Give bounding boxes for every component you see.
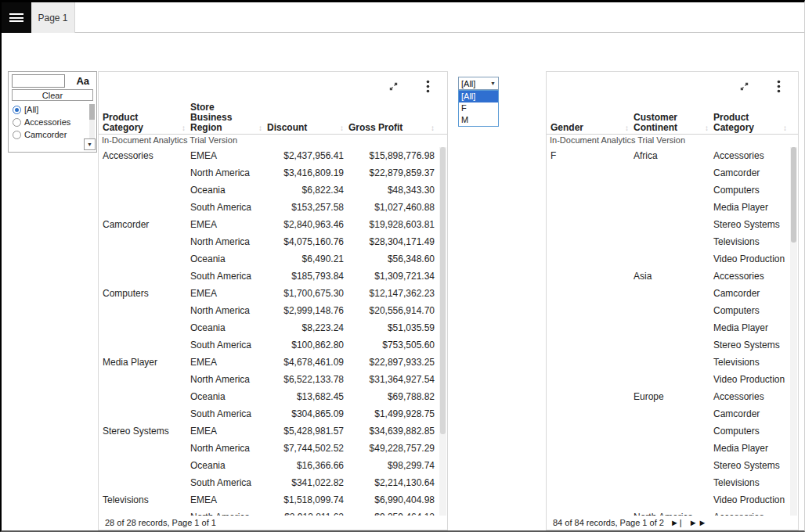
expand-icon bbox=[388, 81, 399, 92]
table-cell: Oceania bbox=[188, 185, 265, 196]
column-header-discount: Discount↕ bbox=[265, 122, 346, 134]
clear-filter-button[interactable]: Clear bbox=[12, 89, 93, 101]
top-bar: Page 1 bbox=[2, 2, 804, 33]
table-row: Camcorder bbox=[547, 285, 798, 302]
table-row: TelevisionsEMEA$1,518,099.74$6,990,404.9… bbox=[99, 491, 447, 509]
table-row: North America$7,744,502.52$49,228,757.29 bbox=[99, 440, 447, 457]
sort-icon[interactable]: ↕ bbox=[783, 123, 787, 133]
sort-icon[interactable]: ↕ bbox=[705, 123, 709, 133]
scrollbar-thumb[interactable] bbox=[89, 104, 95, 120]
column-header-product-category: Product Category↕ bbox=[711, 112, 789, 134]
table-cell: Computers bbox=[711, 185, 789, 196]
table-row: Computers bbox=[547, 302, 798, 319]
table-cell: Media Player bbox=[711, 322, 789, 333]
table-cell: North America bbox=[188, 443, 265, 454]
table-cell: EMEA bbox=[188, 288, 265, 299]
table-cell: $2,840,963.46 bbox=[265, 219, 346, 230]
trial-watermark: In-Document Analytics Trial Version bbox=[547, 135, 798, 147]
table-cell: $6,522,133.78 bbox=[265, 374, 346, 385]
table-cell: $31,364,927.54 bbox=[346, 374, 437, 385]
table-cell: Video Production bbox=[711, 374, 789, 385]
customer-table-widget: Gender↕Customer Continent↕Product Catego… bbox=[546, 71, 799, 530]
table-cell: EMEA bbox=[188, 494, 265, 505]
next-page-button[interactable]: ►| bbox=[670, 518, 683, 527]
sort-icon[interactable]: ↕ bbox=[625, 123, 629, 133]
vertical-scrollbar[interactable] bbox=[439, 147, 446, 516]
table-cell: $15,898,776.98 bbox=[346, 150, 437, 161]
maximize-button[interactable] bbox=[737, 79, 751, 93]
table-cell: Africa bbox=[631, 150, 711, 161]
option-label: Accessories bbox=[24, 117, 70, 127]
table-row: Media Player bbox=[547, 440, 798, 457]
widget-toolbar bbox=[99, 72, 447, 100]
table-cell: $185,793.84 bbox=[265, 271, 346, 282]
tab-page-1[interactable]: Page 1 bbox=[31, 2, 75, 33]
menu-button[interactable] bbox=[2, 2, 31, 33]
table-row: CamcorderEMEA$2,840,963.46$19,928,603.81 bbox=[99, 216, 447, 233]
gender-filter-select[interactable]: [All] ▼ bbox=[458, 77, 499, 90]
table-cell: F bbox=[548, 150, 631, 161]
table-cell: $98,299.74 bbox=[346, 460, 437, 471]
table-cell: $6,822.34 bbox=[265, 185, 346, 196]
table-cell: Europe bbox=[631, 391, 711, 402]
widget-toolbar bbox=[547, 72, 798, 100]
table-row: Media Player bbox=[547, 199, 798, 216]
filter-option-all[interactable]: [All] bbox=[9, 103, 96, 116]
table-row: Televisions bbox=[547, 474, 798, 491]
filter-search-input[interactable] bbox=[12, 74, 65, 88]
table-cell: $341,022.82 bbox=[265, 477, 346, 488]
table-cell: Televisions bbox=[711, 477, 789, 488]
table-cell: Accessories bbox=[711, 271, 789, 282]
scrollbar-thumb[interactable] bbox=[440, 147, 446, 434]
table-row: Media PlayerEMEA$4,678,461.09$22,897,933… bbox=[99, 354, 447, 371]
table-row: EuropeAccessories bbox=[547, 388, 798, 405]
table-row: North America$6,522,133.78$31,364,927.54 bbox=[99, 371, 447, 388]
table-cell: $13,682.45 bbox=[265, 391, 346, 402]
table-cell: $1,309,721.34 bbox=[346, 271, 437, 282]
table-cell: $51,035.59 bbox=[346, 322, 437, 333]
table-cell: $20,556,914.70 bbox=[346, 305, 437, 316]
vertical-scrollbar[interactable] bbox=[790, 147, 797, 516]
table-cell: $2,999,148.76 bbox=[265, 305, 346, 316]
radio-selected-icon bbox=[13, 106, 21, 114]
table-cell: EMEA bbox=[188, 357, 265, 368]
table-cell: $8,223.24 bbox=[265, 322, 346, 333]
table-cell: Video Production bbox=[711, 253, 789, 264]
filter-option-accessories[interactable]: Accessories bbox=[9, 116, 96, 128]
table-cell: $12,147,362.23 bbox=[346, 288, 437, 299]
table-row: Stereo Systems bbox=[547, 336, 798, 354]
table-cell: Computers bbox=[711, 426, 789, 437]
table-cell: Accessories bbox=[711, 150, 789, 161]
scrollbar-thumb[interactable] bbox=[791, 147, 796, 243]
dropdown-option-m[interactable]: M bbox=[459, 114, 498, 126]
dropdown-option-f[interactable]: F bbox=[459, 102, 498, 114]
dropdown-option-all[interactable]: [All] bbox=[459, 91, 498, 102]
table-cell: North America bbox=[188, 374, 265, 385]
more-options-button[interactable] bbox=[771, 79, 785, 93]
table-cell: South America bbox=[188, 340, 265, 350]
table-cell: EMEA bbox=[188, 426, 265, 437]
sort-icon[interactable]: ↕ bbox=[340, 123, 344, 133]
table-cell: North America bbox=[188, 305, 265, 316]
table-cell: South America bbox=[188, 202, 265, 213]
sort-icon[interactable]: ↕ bbox=[258, 123, 262, 133]
table-cell: Stereo Systems bbox=[100, 426, 188, 437]
match-case-toggle[interactable]: Aa bbox=[76, 75, 93, 87]
sort-icon[interactable]: ↕ bbox=[182, 123, 186, 133]
table-cell: Oceania bbox=[188, 253, 265, 264]
last-page-button[interactable]: ►► bbox=[689, 518, 708, 527]
record-count: 28 of 28 records, Page 1 of 1 bbox=[105, 518, 216, 527]
app-window: Page 1 Aa Clear ▼ [All]AccessoriesCamcor… bbox=[0, 0, 805, 532]
column-label: Product Category bbox=[713, 113, 782, 133]
filter-options-list: ▼ [All]AccessoriesCamcorder bbox=[9, 102, 96, 151]
maximize-button[interactable] bbox=[386, 79, 400, 93]
sort-icon[interactable]: ↕ bbox=[431, 123, 435, 133]
option-label: [All] bbox=[24, 105, 38, 114]
column-label: Discount bbox=[267, 123, 307, 133]
filter-dropdown-button[interactable]: ▼ bbox=[84, 138, 96, 150]
table-row: Computers bbox=[547, 182, 798, 199]
table-row: Televisions bbox=[547, 354, 798, 371]
column-header-row: Gender↕Customer Continent↕Product Catego… bbox=[547, 100, 798, 135]
filter-list-scrollbar[interactable] bbox=[89, 104, 95, 138]
more-options-button[interactable] bbox=[421, 79, 435, 93]
